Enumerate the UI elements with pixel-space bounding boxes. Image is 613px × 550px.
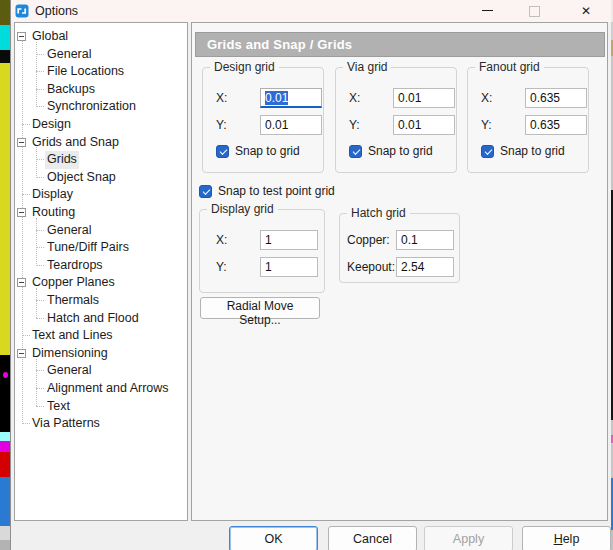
collapse-icon[interactable] — [17, 208, 26, 217]
tree-item-display[interactable]: Display — [15, 186, 187, 204]
via-grid-snap-checkbox[interactable] — [349, 145, 362, 158]
tree-item-label: Synchronization — [47, 98, 136, 116]
tree-item-grids-and-snap[interactable]: Grids and Snap — [15, 134, 187, 152]
minimize-button[interactable] — [468, 0, 508, 22]
tree-item-dimensioning[interactable]: Dimensioning — [15, 345, 187, 363]
collapse-icon[interactable] — [17, 32, 26, 41]
tree-item-general[interactable]: General — [15, 46, 187, 64]
tree-item-general[interactable]: General — [15, 362, 187, 380]
hatch-keepout-input[interactable]: 2.54 — [396, 257, 454, 277]
tree-item-text[interactable]: Text — [15, 398, 187, 416]
tree-item-label: Routing — [32, 204, 75, 222]
tree-item-grids[interactable]: Grids — [15, 151, 187, 169]
via-grid-x-input[interactable]: 0.01 — [393, 88, 455, 108]
x-label: X: — [216, 88, 227, 108]
design-grid-x-input[interactable]: 0.01 — [260, 88, 322, 108]
tree-item-synchronization[interactable]: Synchronization — [15, 98, 187, 116]
tree-item-file-locations[interactable]: File Locations — [15, 63, 187, 81]
close-button[interactable]: ✕ — [564, 0, 608, 22]
minimize-icon — [482, 10, 493, 11]
collapse-icon[interactable] — [17, 349, 26, 358]
fanout-grid-group: Fanout grid X: 0.635 Y: 0.635 Snap to gr… — [467, 67, 589, 173]
tree-item-label: Grids and Snap — [32, 134, 119, 152]
tree-item-general[interactable]: General — [15, 222, 187, 240]
group-title: Design grid — [210, 60, 279, 74]
tree-item-copper-planes[interactable]: Copper Planes — [15, 274, 187, 292]
fanout-grid-y-input[interactable]: 0.635 — [525, 115, 587, 135]
cancel-button[interactable]: Cancel — [328, 526, 417, 550]
dialog-body: GlobalGeneralFile LocationsBackupsSynchr… — [11, 22, 611, 550]
tree-item-text-and-lines[interactable]: Text and Lines — [15, 327, 187, 345]
tree-item-routing[interactable]: Routing — [15, 204, 187, 222]
tree-branch-connector — [22, 194, 30, 195]
maximize-button[interactable] — [514, 0, 554, 22]
design-grid-snap-checkbox[interactable] — [216, 145, 229, 158]
tree-item-global[interactable]: Global — [15, 28, 187, 46]
tree-item-label: Tune/Diff Pairs — [47, 239, 129, 257]
y-label: Y: — [349, 115, 360, 135]
apply-button[interactable]: Apply — [424, 526, 513, 550]
x-label: X: — [349, 88, 360, 108]
tree-item-label: Display — [32, 186, 73, 204]
tree-item-object-snap[interactable]: Object Snap — [15, 169, 187, 187]
tree-item-label: Alignment and Arrows — [47, 380, 169, 398]
y-label: Y: — [216, 257, 227, 277]
fanout-grid-x-input[interactable]: 0.635 — [525, 88, 587, 108]
tree-item-alignment-and-arrows[interactable]: Alignment and Arrows — [15, 380, 187, 398]
tree-item-via-patterns[interactable]: Via Patterns — [15, 415, 187, 433]
tree-item-hatch-and-flood[interactable]: Hatch and Flood — [15, 310, 187, 328]
background-color-band — [0, 441, 10, 452]
y-label: Y: — [481, 115, 492, 135]
background-color-band — [0, 50, 10, 63]
group-title: Hatch grid — [347, 206, 410, 220]
display-grid-group: Display grid X: 1 Y: 1 — [199, 209, 325, 293]
background-color-band — [0, 526, 10, 540]
background-color-band — [0, 452, 10, 477]
tree-item-teardrops[interactable]: Teardrops — [15, 257, 187, 275]
settings-panel: Grids and Snap / Grids Design grid X: 0.… — [191, 22, 608, 521]
design-grid-y-input[interactable]: 0.01 — [260, 115, 322, 135]
display-grid-x-input[interactable]: 1 — [260, 230, 318, 250]
settings-tree: GlobalGeneralFile LocationsBackupsSynchr… — [14, 22, 188, 521]
tree-branch-connector — [36, 406, 44, 407]
tree-item-design[interactable]: Design — [15, 116, 187, 134]
ok-button[interactable]: OK — [229, 526, 318, 550]
collapse-icon[interactable] — [17, 138, 26, 147]
tree-item-thermals[interactable]: Thermals — [15, 292, 187, 310]
tree-item-label: Via Patterns — [32, 415, 100, 433]
background-color-band — [0, 355, 10, 432]
tree-branch-connector — [36, 71, 44, 72]
tree-item-label: File Locations — [47, 63, 124, 81]
tree-branch-connector — [36, 54, 44, 55]
collapse-icon[interactable] — [17, 278, 26, 287]
x-label: X: — [481, 88, 492, 108]
hatch-copper-input[interactable]: 0.1 — [396, 230, 454, 250]
display-grid-y-input[interactable]: 1 — [260, 257, 318, 277]
tree-item-label: Grids — [45, 151, 79, 169]
tree-branch-connector — [22, 423, 30, 424]
group-title: Fanout grid — [475, 60, 544, 74]
snap-to-grid-label: Snap to grid — [500, 144, 565, 158]
tree-branch-connector — [36, 370, 44, 371]
tree-item-backups[interactable]: Backups — [15, 81, 187, 99]
via-grid-y-input[interactable]: 0.01 — [393, 115, 455, 135]
x-label: X: — [216, 230, 227, 250]
tree-item-label: Global — [32, 28, 68, 46]
tree-branch-connector — [36, 230, 44, 231]
background-color-band — [0, 25, 10, 50]
tree-item-label: General — [47, 46, 91, 64]
snap-test-point-label: Snap to test point grid — [218, 184, 335, 198]
help-button[interactable]: Help — [522, 526, 611, 550]
snap-test-point-checkbox[interactable] — [199, 185, 212, 198]
tree-item-tune-diff-pairs[interactable]: Tune/Diff Pairs — [15, 239, 187, 257]
tree-branch-connector — [36, 265, 44, 266]
window-title: Options — [35, 0, 78, 22]
tree-branch-connector — [22, 335, 30, 336]
fanout-grid-snap-checkbox[interactable] — [481, 145, 494, 158]
tree-item-label: Copper Planes — [32, 274, 115, 292]
radial-move-setup-button[interactable]: Radial Move Setup... — [200, 297, 320, 319]
tree-item-label: General — [47, 222, 91, 240]
design-grid-group: Design grid X: 0.01 Y: 0.01 Snap to grid — [202, 67, 324, 173]
background-color-band — [0, 63, 10, 355]
titlebar[interactable]: Options ✕ — [11, 0, 611, 22]
